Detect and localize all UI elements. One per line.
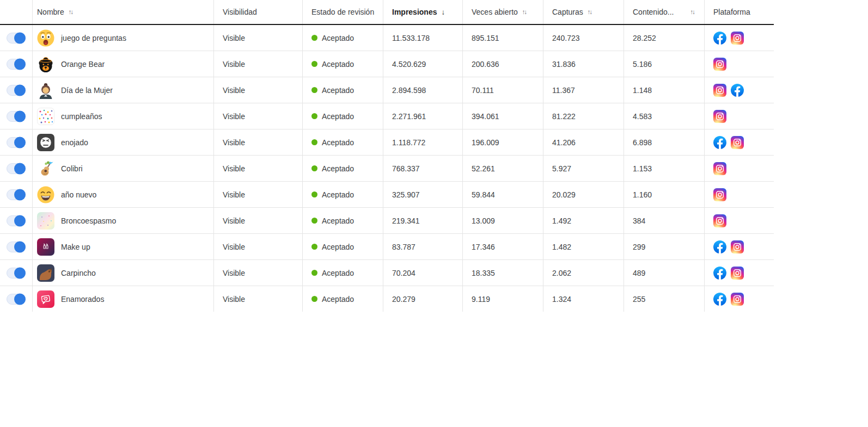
toggle-cell xyxy=(0,260,32,286)
guitar-hummingbird-avatar-icon xyxy=(37,160,54,177)
review-status-cell: Aceptado xyxy=(302,25,383,51)
sort-both-icon[interactable]: ↑↓ xyxy=(69,9,74,15)
captures-cell: 1.492 xyxy=(543,208,624,233)
name-cell: Colibri xyxy=(32,156,213,181)
column-label-estado-de-revision: Estado de revisión xyxy=(311,8,374,16)
sticker-row[interactable]: año nuevoVisibleAceptado325.90759.84420.… xyxy=(0,182,774,208)
sticker-row[interactable]: ColibriVisibleAceptado768.33752.2615.927… xyxy=(0,156,774,182)
toggle-cell xyxy=(0,286,32,312)
opens-value: 18.335 xyxy=(472,269,495,277)
sticker-row[interactable]: enojadoVisibleAceptado1.118.772196.00941… xyxy=(0,129,774,156)
name-cell: enojado xyxy=(32,129,213,155)
visibility-toggle[interactable] xyxy=(7,268,26,279)
captures-value: 5.927 xyxy=(552,164,571,173)
sort-both-icon[interactable]: ↑↓ xyxy=(588,9,593,15)
captures-value: 240.723 xyxy=(552,34,580,42)
sticker-row[interactable]: juego de preguntasVisibleAceptado11.533.… xyxy=(0,25,774,51)
sticker-row[interactable]: BroncoespasmoVisibleAceptado219.34113.00… xyxy=(0,208,774,234)
sort-both-icon[interactable]: ↑↓ xyxy=(690,9,696,15)
visibility-toggle[interactable] xyxy=(7,242,26,252)
opens-cell: 70.111 xyxy=(462,77,543,103)
platform-cell xyxy=(704,234,774,259)
toggle-cell xyxy=(0,208,32,233)
sticker-row[interactable]: EnamoradosVisibleAceptado20.2799.1191.32… xyxy=(0,286,774,312)
visibility-toggle[interactable] xyxy=(7,294,26,305)
instagram-icon xyxy=(731,267,744,280)
platform-cell xyxy=(704,208,774,233)
column-header-contenido[interactable]: Contenido...↑↓ xyxy=(624,0,704,24)
visibility-toggle[interactable] xyxy=(7,85,26,96)
toggle-cell xyxy=(0,25,32,51)
businesswoman-avatar-icon xyxy=(37,82,54,99)
sticker-row[interactable]: Make upVisibleAceptado83.78717.3461.4822… xyxy=(0,234,774,260)
column-header-veces-abierto[interactable]: Veces abierto↑↓ xyxy=(462,0,543,24)
facebook-icon xyxy=(731,84,744,97)
captures-value: 31.836 xyxy=(552,60,576,69)
column-label-plataforma: Plataforma xyxy=(713,8,750,16)
column-label-impresiones: Impresiones xyxy=(392,8,437,16)
facebook-icon xyxy=(713,32,726,45)
column-header-nombre[interactable]: Nombre↑↓ xyxy=(32,0,213,24)
visibility-toggle[interactable] xyxy=(7,215,26,226)
opens-cell: 895.151 xyxy=(462,25,543,51)
visibility-value: Visible xyxy=(223,243,245,251)
status-accepted-dot-icon xyxy=(311,35,317,41)
sticker-row[interactable]: cumpleañosVisibleAceptado2.271.961394.06… xyxy=(0,103,774,129)
column-label-contenido: Contenido... xyxy=(633,8,674,16)
opens-value: 394.061 xyxy=(472,112,499,121)
visibility-toggle[interactable] xyxy=(7,59,26,70)
visibility-value: Visible xyxy=(223,190,245,199)
visibility-value: Visible xyxy=(223,216,245,225)
sticker-row[interactable]: Orange BearVisibleAceptado4.520.629200.6… xyxy=(0,51,774,77)
instagram-icon xyxy=(713,188,726,201)
status-accepted-dot-icon xyxy=(311,87,317,93)
instagram-icon xyxy=(731,293,744,306)
visibility-cell: Visible xyxy=(213,25,302,51)
stickers-table-page: Nombre↑↓VisibilidadEstado de revisiónImp… xyxy=(0,0,868,312)
review-status-cell: Aceptado xyxy=(302,234,383,259)
review-status-cell: Aceptado xyxy=(302,129,383,155)
sticker-row[interactable]: Día de la MujerVisibleAceptado2.894.5987… xyxy=(0,77,774,103)
sticker-row[interactable]: CarpinchoVisibleAceptado70.20418.3352.06… xyxy=(0,260,774,286)
toggle-cell xyxy=(0,129,32,155)
visibility-value: Visible xyxy=(223,86,245,95)
captures-cell: 2.062 xyxy=(543,260,624,286)
review-status-value: Aceptado xyxy=(322,295,354,304)
content-value: 6.898 xyxy=(633,138,652,147)
captures-value: 2.062 xyxy=(552,269,571,277)
visibility-toggle[interactable] xyxy=(7,111,26,122)
visibility-toggle[interactable] xyxy=(7,163,26,174)
captures-value: 1.324 xyxy=(552,295,571,304)
column-header-impresiones[interactable]: Impresiones↓ xyxy=(383,0,462,24)
content-value: 28.252 xyxy=(633,34,656,42)
column-label-visibilidad: Visibilidad xyxy=(223,8,257,16)
toggle-cell xyxy=(0,182,32,207)
opens-cell: 13.009 xyxy=(462,208,543,233)
toggle-cell xyxy=(0,156,32,181)
visibility-toggle[interactable] xyxy=(7,137,26,148)
visibility-cell: Visible xyxy=(213,208,302,233)
opens-value: 52.261 xyxy=(472,164,495,173)
toggle-knob-icon xyxy=(14,110,26,122)
instagram-icon xyxy=(713,58,726,71)
opens-cell: 196.009 xyxy=(462,129,543,155)
opens-cell: 59.844 xyxy=(462,182,543,207)
visibility-value: Visible xyxy=(223,112,245,121)
sort-both-icon[interactable]: ↑↓ xyxy=(522,9,528,15)
visibility-value: Visible xyxy=(223,295,245,304)
review-status-cell: Aceptado xyxy=(302,103,383,129)
sort-desc-icon[interactable]: ↓ xyxy=(441,8,445,16)
column-header-capturas[interactable]: Capturas↑↓ xyxy=(543,0,624,24)
status-accepted-dot-icon xyxy=(311,61,317,67)
name-cell: Día de la Mujer xyxy=(32,77,213,103)
column-header-toggle xyxy=(0,0,32,24)
content-value: 4.583 xyxy=(633,112,652,121)
angry-face-avatar-icon xyxy=(37,134,54,151)
column-label-nombre: Nombre xyxy=(37,8,64,16)
capybara-avatar-icon xyxy=(37,264,54,282)
visibility-cell: Visible xyxy=(213,260,302,286)
visibility-toggle[interactable] xyxy=(7,33,26,44)
visibility-toggle[interactable] xyxy=(7,189,26,200)
impressions-cell: 4.520.629 xyxy=(383,51,462,77)
visibility-cell: Visible xyxy=(213,77,302,103)
